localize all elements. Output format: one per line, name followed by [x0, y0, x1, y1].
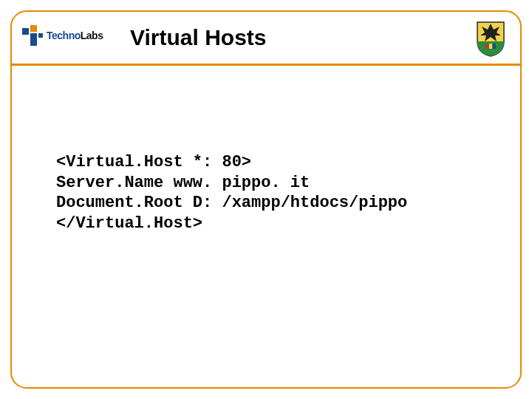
code-line: Server.Name www. pippo. it: [56, 174, 310, 192]
code-line: <Virtual.Host *: 80>: [56, 153, 251, 171]
svg-rect-1: [30, 25, 37, 32]
svg-rect-0: [22, 28, 29, 35]
code-block: <Virtual.Host *: 80> Server.Name www. pi…: [56, 152, 491, 233]
svg-rect-2: [30, 33, 37, 46]
crest-icon: [474, 19, 507, 58]
logo-mark-icon: [22, 25, 44, 46]
logo-text: TechnoLabs: [47, 30, 103, 41]
slide-header: TechnoLabs Virtual Hosts: [12, 12, 520, 64]
technolabs-logo: TechnoLabs: [22, 25, 103, 46]
code-line: </Virtual.Host>: [56, 214, 202, 233]
header-divider: [12, 64, 520, 66]
svg-rect-3: [38, 33, 43, 38]
code-line: Document.Root D: /xampp/htdocs/pippo: [56, 194, 407, 212]
slide-content: <Virtual.Host *: 80> Server.Name www. pi…: [56, 152, 491, 233]
slide-frame: TechnoLabs Virtual Hosts <Virtual.Host *…: [10, 10, 522, 389]
svg-rect-6: [493, 44, 496, 49]
svg-rect-5: [489, 44, 492, 49]
svg-rect-4: [485, 44, 488, 49]
slide-title: Virtual Hosts: [130, 25, 267, 50]
